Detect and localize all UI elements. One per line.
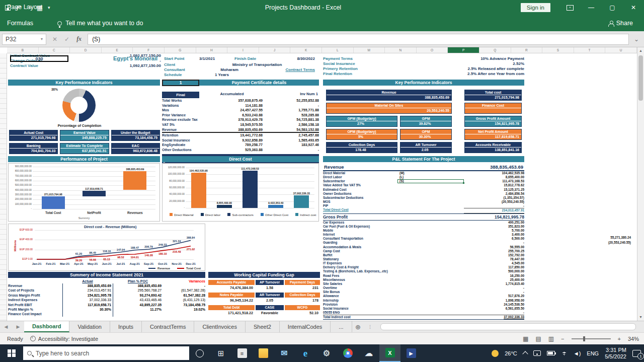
minimize-button[interactable]: — [581, 0, 602, 15]
formula-input[interactable]: (S) [88, 34, 629, 45]
sheet-next-icon[interactable]: ▶ [12, 321, 24, 332]
column-header[interactable]: I [227, 47, 259, 53]
taskbar-app-icon[interactable]: e [295, 344, 316, 362]
accessibility-icon [30, 336, 36, 341]
tell-me-box[interactable]: Tell me what you want to do [49, 20, 143, 27]
column-header[interactable]: P [448, 47, 479, 53]
ribbon-display-options-icon[interactable]: ^ [559, 0, 581, 15]
zoom-level[interactable]: 34% [628, 336, 639, 342]
vertical-scrollbar[interactable]: ▲ ▼ [637, 47, 644, 321]
scroll-up-icon[interactable]: ▲ [637, 47, 644, 54]
tab-options-icon[interactable]: ⋮ [364, 321, 376, 332]
page-break-icon[interactable]: ▥ [548, 335, 554, 342]
volume-icon[interactable]: ◄) [574, 350, 581, 356]
kpi-box: Banking 704,841,704.33 [9, 143, 58, 154]
scrollbar-thumb[interactable] [638, 55, 643, 101]
row-headers[interactable] [0, 53, 7, 321]
sheet-tab[interactable]: ClientInvoices [194, 321, 245, 332]
bar-label: 104,462,535.98 [190, 169, 208, 172]
y-tick: 700,000,000.00 [10, 175, 32, 177]
column-header[interactable]: L [322, 47, 354, 53]
column-header[interactable]: T [574, 47, 606, 53]
sheet-tab[interactable]: Validation [69, 321, 110, 332]
column-header[interactable]: S [542, 47, 574, 53]
ribbon-tab[interactable]: Formulas [0, 15, 49, 31]
ribbon-tab[interactable]: Page Layout [0, 0, 49, 15]
scroll-down-icon[interactable]: ▼ [637, 314, 644, 321]
sheet-tab[interactable]: ContractTerms [142, 321, 195, 332]
bar [191, 173, 206, 208]
cortana-icon[interactable] [189, 344, 210, 362]
bar-label: 271,015,794.98 [44, 193, 62, 196]
enter-icon[interactable]: ✓ [64, 36, 69, 43]
taskbar-app-icon[interactable]: ✉ [274, 344, 295, 362]
cancel-icon[interactable]: ✕ [52, 36, 57, 43]
column-header[interactable]: E [102, 47, 133, 53]
weather-icon[interactable] [492, 350, 499, 357]
column-header[interactable]: Q [479, 47, 511, 53]
column-header[interactable]: G [165, 47, 196, 53]
sign-in-button[interactable]: Sign in [521, 3, 550, 12]
new-sheet-icon[interactable]: ⊕ [352, 321, 364, 332]
column-header[interactable]: H [196, 47, 228, 53]
column-header[interactable]: J [259, 47, 291, 53]
worksheet-area[interactable]: 030 Egypt's Monorail Initial Contract Va… [7, 53, 637, 321]
payment-row: Revenue388,835,453.6954,583,152.88 [162, 127, 319, 133]
sheet-tab[interactable]: Inputs [110, 321, 142, 332]
sheet-tab[interactable]: ... [331, 321, 352, 332]
column-header[interactable]: D [70, 47, 102, 53]
temperature[interactable]: 26°C [505, 350, 517, 356]
battery-icon[interactable] [547, 351, 555, 355]
taskbar-app-icon[interactable] [337, 344, 358, 362]
column-header[interactable]: R [511, 47, 543, 53]
notification-icon[interactable]: 1 [632, 350, 641, 357]
zoom-out-icon[interactable]: − [561, 336, 564, 342]
sheet-prev-icon[interactable]: ◀ [0, 321, 12, 332]
sheet-tab[interactable]: Dashboard [24, 321, 69, 332]
taskbar-search-input[interactable]: Type here to search [23, 346, 189, 360]
selected-cell[interactable] [397, 179, 464, 183]
taskbar-app-icon[interactable]: ≡ [231, 344, 253, 362]
insert-function-icon[interactable]: fx [76, 35, 82, 43]
accessibility-status[interactable]: Accessibility: Investigate [30, 336, 98, 342]
column-header[interactable]: M [354, 47, 385, 53]
zoom-in-icon[interactable]: + [618, 336, 621, 342]
taskbar-app-icon[interactable] [253, 344, 274, 362]
sheet-tab[interactable]: InternalCodes [280, 321, 331, 332]
column-header[interactable]: U [605, 47, 637, 53]
normal-view-icon[interactable]: ▦ [523, 335, 528, 342]
income-row: Gross Margin Profit 154,821,995.78 93,27… [8, 293, 205, 298]
close-button[interactable]: ✕ [623, 0, 644, 15]
horizontal-scrollbar[interactable] [380, 323, 636, 330]
sheet-tab[interactable]: Sheet2 [246, 321, 280, 332]
expand-formula-bar-icon[interactable]: ⌄ [629, 36, 644, 43]
taskbar-app-icon[interactable]: X [379, 344, 400, 362]
share-button[interactable]: Share [608, 20, 644, 27]
page-layout-icon[interactable]: ▤ [535, 335, 541, 342]
taskbar-app-icon[interactable]: ⚙ [316, 344, 337, 362]
column-header[interactable]: C [39, 47, 70, 53]
language-indicator[interactable]: ENG [587, 350, 599, 356]
cast-icon[interactable] [533, 350, 541, 356]
taskbar-app-icon[interactable]: ☁ [358, 344, 379, 362]
maximize-button[interactable]: ▢ [602, 0, 623, 15]
clock[interactable]: 3:31 PM5/5/2022 [605, 347, 626, 360]
project-code-cell[interactable]: 030 [10, 55, 68, 62]
column-headers[interactable]: BCDEFGHIJKLMNOPQRSTU [7, 47, 637, 53]
zoom-slider[interactable] [572, 338, 611, 339]
revenue-cost-line-chart: Direct cost - Revenue (Millions)Millions… [8, 224, 205, 271]
task-view-icon[interactable]: ⊞ [210, 344, 231, 362]
column-header[interactable]: F [133, 47, 165, 53]
wifi-icon[interactable] [561, 351, 568, 356]
start-button[interactable] [0, 344, 23, 362]
contract-terms-link[interactable]: Contract Terms [260, 67, 315, 73]
column-header[interactable]: N [385, 47, 417, 53]
performance-chart-header: Performance of Project [8, 156, 160, 162]
column-header[interactable]: O [417, 47, 448, 53]
bar-label: 8,655,400.00 [217, 201, 232, 204]
column-header[interactable]: B [7, 47, 39, 53]
taskbar-app-icon[interactable]: ▶ [400, 344, 422, 362]
tray-expand-icon[interactable] [522, 351, 528, 356]
name-box[interactable]: P32▾ [2, 34, 46, 45]
column-header[interactable]: K [290, 47, 322, 53]
